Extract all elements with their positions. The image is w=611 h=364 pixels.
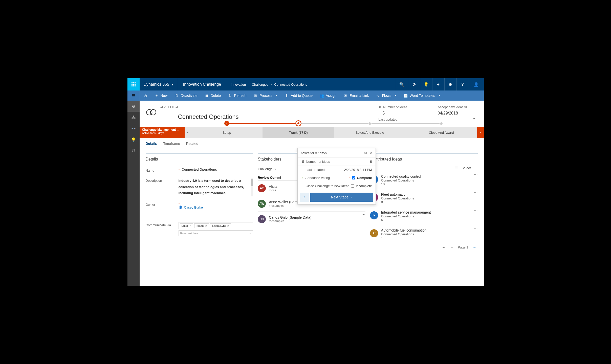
refresh-button[interactable]: ↻Refresh — [224, 90, 250, 101]
pager-next-button[interactable]: → — [473, 245, 476, 249]
remove-chip-icon[interactable]: ✕ — [189, 224, 191, 227]
tab-details[interactable]: Details — [146, 142, 157, 148]
idea-row[interactable]: Af Automobile fuel consumptionConnected … — [370, 225, 478, 243]
row-more-button[interactable]: ⋯ — [361, 212, 365, 217]
process-icon: ⊞ — [253, 94, 257, 98]
flyout-back-button[interactable]: ‹ — [300, 193, 309, 202]
svg-rect-6 — [132, 85, 133, 86]
flows-button[interactable]: ∿Flows▼ — [372, 90, 400, 101]
chip-text-input[interactable]: Enter text here⌄ — [179, 230, 253, 236]
list-icon: ☰ — [455, 166, 458, 170]
email-link-button[interactable]: ✉Email a Link — [340, 90, 372, 101]
task-button[interactable]: ⊘ — [408, 78, 420, 90]
queue-icon: ⬇ — [285, 94, 289, 98]
chevron-right-icon: › — [480, 130, 481, 135]
communicate-chips[interactable]: Email✕ Teams✕ Skype/Lync✕ — [179, 222, 253, 229]
select-button[interactable]: Select — [462, 166, 471, 170]
header-expand-button[interactable]: ⌄ — [472, 115, 476, 120]
close-button[interactable]: ✕ — [370, 151, 373, 155]
chevron-left-icon: ‹ — [304, 195, 305, 199]
bpf-stage-select[interactable]: Select And Execute — [334, 127, 406, 138]
nav-item-5[interactable]: ⚇ — [127, 145, 140, 156]
avatar: AW — [258, 200, 266, 208]
svg-rect-5 — [135, 84, 136, 85]
flyout-updated-row: Last updated: 2/28/2018 8:14 PM — [298, 166, 376, 174]
breadcrumb: Innovation › Challenges › Connected Oper… — [226, 83, 312, 86]
remove-chip-icon[interactable]: ✕ — [227, 224, 229, 227]
word-templates-button[interactable]: 📄Word Templates▼ — [400, 90, 444, 101]
help-button[interactable]: ? — [456, 78, 469, 90]
idea-row[interactable]: Fa Fleet automationConnected Operations8… — [370, 189, 478, 207]
chevron-down-icon: ▼ — [275, 94, 278, 97]
remove-chip-icon[interactable]: ✕ — [205, 224, 207, 227]
task-icon: ⊘ — [412, 82, 416, 87]
bpf-stage-close[interactable]: Close And Award — [406, 127, 477, 138]
settings-button[interactable]: ⚙ — [444, 78, 456, 90]
breadcrumb-item[interactable]: Connected Operations — [274, 83, 307, 86]
recent-button[interactable]: ◷ — [140, 90, 151, 101]
owner-lookup[interactable]: * ◷ 👤Casey Burke — [179, 202, 253, 209]
chip-email[interactable]: Email✕ — [180, 223, 193, 228]
bpf-status-chip[interactable]: Challenge Management ... Active for 63 d… — [140, 127, 185, 138]
chip-teams[interactable]: Teams✕ — [194, 223, 209, 228]
pager-prev-button[interactable]: ← — [450, 245, 453, 249]
breadcrumb-item[interactable]: Challenges — [252, 83, 268, 86]
row-more-button[interactable]: ⋯ — [474, 208, 478, 213]
nav-toggle-button[interactable]: ☰ — [127, 90, 140, 101]
app-launcher-button[interactable] — [127, 78, 140, 90]
pager-first-button[interactable]: ⇤ — [443, 245, 445, 249]
details-heading: Details — [146, 157, 253, 162]
chevron-down-icon: ⌄ — [472, 116, 476, 120]
idea-row[interactable]: Is Integrated service managementConnecte… — [370, 207, 478, 225]
flyout-close-row[interactable]: Close Challenge to new Ideas Incomplete — [298, 182, 376, 190]
more-button[interactable]: ⋯ — [474, 166, 478, 170]
flyout-announce-row[interactable]: ✓Announce voting * Complete — [298, 174, 376, 182]
details-section: Details Name *Connected Operations Descr… — [146, 153, 253, 252]
top-navbar: Dynamics 365 ▼ Innovation Challenge Inno… — [127, 78, 484, 90]
close-checkbox[interactable] — [351, 184, 354, 188]
nav-item-2[interactable]: ⁂ — [127, 112, 140, 123]
more-icon: ⋯ — [361, 212, 365, 217]
left-nav-rail: ⚙ ⁂ 👓 💡 ⚇ — [127, 101, 140, 286]
account-button[interactable]: 👤 — [469, 78, 484, 90]
bpf-next-button[interactable]: › — [477, 127, 484, 138]
search-button[interactable]: 🔍 — [396, 78, 408, 90]
name-input[interactable]: *Connected Operations — [179, 168, 253, 172]
queue-button[interactable]: ⬇Add to Queue — [281, 90, 316, 101]
bpf-stage-setup[interactable]: ✓ Setup — [191, 127, 263, 138]
owner-field: Owner * ◷ 👤Casey Burke — [146, 199, 253, 212]
nav-item-4[interactable]: 💡 — [127, 134, 140, 145]
flyout-footer: ‹ Next Stage› — [298, 190, 376, 204]
row-more-button[interactable]: ⋯ — [474, 226, 478, 231]
next-stage-button[interactable]: Next Stage› — [310, 193, 373, 202]
question-icon: ? — [462, 82, 464, 87]
bpf-prev-button[interactable]: ‹ — [185, 127, 191, 138]
nav-item-3[interactable]: 👓 — [127, 123, 140, 134]
idea-row[interactable]: Cq Connected quality controlConnected Op… — [370, 171, 478, 189]
product-switcher[interactable]: Dynamics 365 ▼ — [140, 82, 178, 87]
help-tip-button[interactable]: 💡 — [420, 78, 432, 90]
scrollbar[interactable] — [251, 178, 253, 196]
announce-checkbox[interactable] — [352, 176, 355, 179]
bpf-stage-track[interactable]: Track (37 D) — [263, 127, 334, 138]
new-button[interactable]: ＋New — [151, 90, 171, 101]
row-more-button[interactable]: ⋯ — [474, 172, 478, 177]
stakeholder-row[interactable]: CG Carlos Grilo (Sample Data)mdsamples ⋯ — [258, 212, 365, 227]
word-icon: 📄 — [404, 94, 408, 98]
num-ideas-value: 5 — [382, 111, 407, 116]
tab-related[interactable]: Related — [186, 142, 198, 148]
deactivate-button[interactable]: 🗋Deactivate — [171, 90, 201, 101]
assign-button[interactable]: 👥Assign — [316, 90, 340, 101]
row-more-button[interactable]: ⋯ — [474, 190, 478, 195]
description-input[interactable]: Industry 4.0 is a term used to describe … — [179, 178, 253, 196]
popout-button[interactable]: ⧉ — [364, 151, 367, 155]
svg-rect-8 — [135, 85, 136, 86]
product-name-label: Dynamics 365 — [144, 82, 169, 87]
add-button[interactable]: ＋ — [432, 78, 444, 90]
tab-timeframe[interactable]: Timeframe — [163, 142, 180, 148]
delete-button[interactable]: 🗑Delete — [201, 90, 224, 101]
process-button[interactable]: ⊞Process▼ — [250, 90, 281, 101]
nav-item-1[interactable]: ⚙ — [127, 101, 140, 112]
breadcrumb-item[interactable]: Innovation — [231, 83, 246, 86]
chip-skype[interactable]: Skype/Lync✕ — [210, 223, 231, 228]
